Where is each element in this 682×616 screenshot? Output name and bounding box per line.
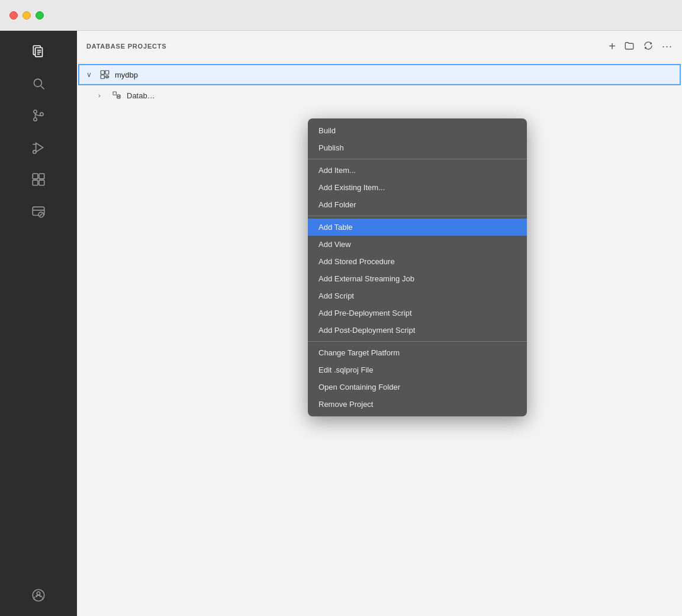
sidebar-icon-extensions[interactable] [24,165,53,194]
svg-line-6 [41,86,44,89]
context-menu-item-add-pre-deployment-script[interactable]: Add Pre-Deployment Script [308,304,527,322]
panel-header: DATABASE PROJECTS + ··· [77,31,682,62]
svg-rect-29 [113,92,116,95]
context-menu-item-add-stored-procedure[interactable]: Add Stored Procedure [308,253,527,270]
context-menu-separator [308,159,527,159]
more-actions-button[interactable]: ··· [662,41,673,52]
context-menu-item-add-view[interactable]: Add View [308,236,527,253]
database-project-icon [98,68,111,81]
svg-point-7 [34,110,37,113]
tree-root-label: mydbp [115,70,138,79]
context-menu: BuildPublishAdd Item...Add Existing Item… [308,118,527,416]
close-button[interactable] [9,11,18,20]
svg-marker-11 [36,143,43,152]
sidebar-icon-accounts[interactable] [24,580,53,610]
minimize-button[interactable] [22,11,31,20]
panel-title: DATABASE PROJECTS [86,43,601,50]
svg-point-30 [117,95,120,97]
context-menu-item-edit-sqlproj-file[interactable]: Edit .sqlproj File [308,361,527,378]
sidebar-icon-remote-explorer[interactable] [24,197,53,226]
context-menu-item-add-post-deployment-script[interactable]: Add Post-Deployment Script [308,322,527,339]
context-menu-separator [308,341,527,342]
context-menu-item-add-item[interactable]: Add Item... [308,162,527,179]
main-content: DATABASE PROJECTS + ··· [77,31,682,616]
sidebar-icon-run-debug[interactable] [24,133,53,162]
open-folder-button[interactable] [624,40,635,53]
titlebar [0,0,682,31]
svg-rect-15 [39,174,44,179]
context-menu-item-change-target-platform[interactable]: Change Target Platform [308,344,527,361]
tree-child-item[interactable]: › Datab… [77,85,682,105]
add-project-button[interactable]: + [609,40,616,52]
app-body: DATABASE PROJECTS + ··· [0,31,682,616]
context-menu-item-add-external-streaming-job[interactable]: Add External Streaming Job [308,270,527,287]
database-icon [110,89,123,102]
context-menu-separator [308,216,527,216]
panel-actions: + ··· [609,40,673,53]
sidebar-icon-files[interactable] [24,37,53,66]
context-menu-item-build[interactable]: Build [308,122,527,139]
sidebar-icon-search[interactable] [24,69,53,98]
svg-rect-25 [105,70,109,74]
svg-rect-14 [33,174,38,179]
svg-rect-17 [39,180,44,185]
refresh-button[interactable] [643,40,654,53]
sidebar [0,31,77,616]
svg-rect-26 [101,75,104,79]
context-menu-item-remove-project[interactable]: Remove Project [308,396,527,413]
context-menu-item-publish[interactable]: Publish [308,139,527,156]
svg-rect-24 [101,70,104,74]
tree-child-label: Datab… [127,91,155,100]
context-menu-item-add-table[interactable]: Add Table [308,219,527,236]
context-menu-item-add-folder[interactable]: Add Folder [308,196,527,213]
tree-root-chevron: ∨ [86,70,98,79]
svg-point-33 [117,97,120,99]
context-menu-item-add-existing-item[interactable]: Add Existing Item... [308,179,527,196]
tree-root-item[interactable]: ∨ mydbp [78,64,681,85]
svg-point-5 [34,79,41,86]
svg-rect-16 [33,180,38,185]
svg-point-8 [34,118,37,121]
maximize-button[interactable] [36,11,44,20]
context-menu-item-open-containing-folder[interactable]: Open Containing Folder [308,378,527,396]
svg-point-23 [37,592,40,595]
sidebar-icon-source-control[interactable] [24,101,53,130]
context-menu-item-add-script[interactable]: Add Script [308,287,527,304]
tree-child-chevron: › [98,92,110,99]
